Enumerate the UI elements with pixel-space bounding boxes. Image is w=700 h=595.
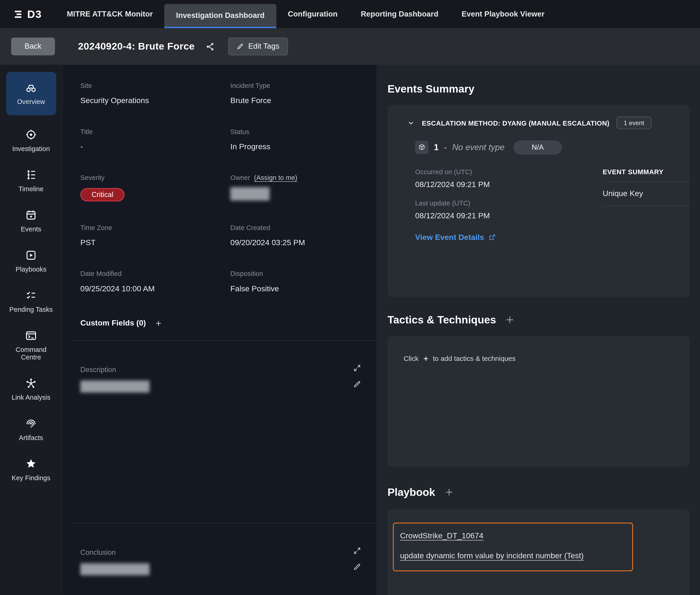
add-playbook-button[interactable]	[444, 487, 454, 497]
description-label: Description	[80, 366, 359, 374]
share-button[interactable]	[205, 42, 215, 51]
sidebar-item-label: Command Centre	[5, 346, 57, 361]
incident-title: 20240920-4: Brute Force	[78, 40, 195, 52]
field-label: Title	[80, 128, 230, 135]
checklist-icon	[25, 289, 37, 302]
sidebar-item-artifacts[interactable]: Artifacts	[5, 418, 57, 441]
expand-conclusion-button[interactable]	[353, 547, 361, 555]
tactics-hint-suffix: to add tactics & techniques	[433, 355, 516, 363]
view-event-details-link[interactable]: View Event Details	[415, 233, 603, 242]
nav-tab-reporting-dashboard[interactable]: Reporting Dashboard	[349, 0, 450, 28]
assign-to-me-link[interactable]: (Assign to me)	[254, 174, 297, 181]
app-window: D3 MITRE ATT&CK Monitor Investigation Da…	[0, 0, 700, 595]
event-type-chip	[415, 141, 429, 154]
sidebar-item-playbooks[interactable]: Playbooks	[5, 249, 57, 273]
share-icon	[205, 42, 215, 51]
table-divider	[603, 206, 690, 206]
target-icon	[25, 129, 37, 141]
playbook-link-update-dynamic-form[interactable]: update dynamic form value by incident nu…	[400, 551, 626, 561]
field-incident-type: Incident Type Brute Force	[230, 82, 359, 105]
event-summary-column-header: EVENT SUMMARY	[603, 168, 690, 176]
field-date-created: Date Created 09/20/2024 03:25 PM	[230, 224, 359, 248]
summary-panel: Events Summary ESCALATION METHOD: DYANG …	[376, 65, 700, 595]
escalation-method-title: ESCALATION METHOD: DYANG (MANUAL ESCALAT…	[422, 119, 610, 127]
edit-tags-button[interactable]: Edit Tags	[228, 37, 288, 55]
field-label: Date Created	[230, 224, 359, 231]
field-label: Disposition	[230, 270, 359, 277]
field-value: PST	[80, 238, 230, 248]
sidebar-item-investigation[interactable]: Investigation	[5, 129, 57, 152]
field-label: Date Modified	[80, 270, 230, 277]
playbook-highlight-box: CrowdStrike_DT_10674 update dynamic form…	[393, 523, 633, 571]
last-update-label: Last update (UTC)	[415, 199, 603, 207]
sidebar: Overview Investigation Timeline	[0, 65, 62, 595]
tactics-empty-hint: Click to add tactics & techniques	[404, 355, 677, 363]
last-update-group: Last update (UTC) 08/12/2024 09:21 PM	[415, 199, 603, 221]
nav-tab-event-playbook-viewer[interactable]: Event Playbook Viewer	[450, 0, 556, 28]
event-dash: -	[444, 143, 447, 152]
fingerprint-icon	[25, 418, 37, 430]
sidebar-item-overview[interactable]: Overview	[6, 72, 56, 115]
add-custom-field-button[interactable]	[155, 319, 162, 327]
event-details-columns: Occurred on (UTC) 08/12/2024 09:21 PM La…	[398, 168, 690, 242]
expand-icon	[353, 547, 361, 555]
nav-tab-investigation-dashboard[interactable]: Investigation Dashboard	[165, 4, 276, 28]
sidebar-item-timeline[interactable]: Timeline	[5, 169, 57, 193]
field-label: Status	[230, 128, 359, 135]
divider	[71, 523, 376, 523]
sidebar-item-label: Link Analysis	[12, 393, 51, 401]
description-section: Description	[80, 366, 359, 393]
playbook-header: Playbook	[387, 486, 690, 498]
d3-logo-text: D3	[27, 8, 42, 20]
terminal-icon	[25, 330, 37, 342]
back-button[interactable]: Back	[11, 37, 55, 55]
owner-value-redacted	[230, 187, 270, 200]
plus-icon	[155, 319, 162, 327]
tactics-card: Click to add tactics & techniques	[387, 336, 690, 467]
field-title: Title -	[80, 128, 230, 151]
network-icon	[25, 377, 37, 390]
sidebar-item-label: Investigation	[12, 145, 50, 152]
main-body: Overview Investigation Timeline	[0, 65, 700, 595]
events-summary-header: Events Summary	[387, 83, 690, 95]
sidebar-item-events[interactable]: Events	[5, 209, 57, 233]
external-link-icon	[489, 234, 496, 241]
nav-tab-mitre-attck-monitor[interactable]: MITRE ATT&CK Monitor	[55, 0, 165, 28]
add-tactics-button[interactable]	[505, 315, 515, 325]
sidebar-item-key-findings[interactable]: Key Findings	[5, 458, 57, 481]
d3-logo-icon	[13, 9, 24, 20]
sidebar-item-command-centre[interactable]: Command Centre	[5, 330, 57, 361]
playbook-link-crowdstrike[interactable]: CrowdStrike_DT_10674	[400, 531, 626, 541]
star-icon	[25, 458, 37, 470]
sidebar-item-label: Overview	[17, 98, 45, 105]
pencil-icon	[237, 43, 244, 50]
edit-description-button[interactable]	[353, 380, 361, 388]
tactics-header: Tactics & Techniques	[387, 314, 690, 326]
field-value: -	[80, 142, 230, 151]
event-type-text: No event type	[452, 143, 504, 152]
occurred-on-group: Occurred on (UTC) 08/12/2024 09:21 PM	[415, 168, 603, 189]
plus-icon	[505, 315, 515, 325]
sidebar-item-link-analysis[interactable]: Link Analysis	[5, 377, 57, 401]
field-status: Status In Progress	[230, 128, 359, 151]
tactics-title: Tactics & Techniques	[387, 314, 496, 326]
main-nav: MITRE ATT&CK Monitor Investigation Dashb…	[55, 0, 556, 28]
custom-fields-section: Custom Fields (0)	[80, 318, 359, 328]
incident-details-panel: Site Security Operations Incident Type B…	[62, 65, 376, 595]
field-value: Brute Force	[230, 96, 359, 105]
escalation-header-row[interactable]: ESCALATION METHOD: DYANG (MANUAL ESCALAT…	[407, 117, 690, 129]
field-label: Severity	[80, 174, 230, 181]
expand-icon	[353, 364, 361, 372]
field-value: False Positive	[230, 284, 359, 293]
field-severity: Severity Critical	[80, 174, 230, 202]
calendar-icon	[25, 209, 37, 221]
nav-tab-configuration[interactable]: Configuration	[276, 0, 349, 28]
edit-conclusion-button[interactable]	[353, 563, 361, 571]
event-na-badge: N/A	[514, 140, 562, 154]
sidebar-item-label: Playbooks	[16, 265, 47, 273]
conclusion-content-redacted	[80, 563, 150, 575]
expand-description-button[interactable]	[353, 364, 361, 372]
occurred-on-value: 08/12/2024 09:21 PM	[415, 180, 603, 189]
conclusion-label: Conclusion	[80, 548, 359, 557]
sidebar-item-pending-tasks[interactable]: Pending Tasks	[5, 289, 57, 313]
